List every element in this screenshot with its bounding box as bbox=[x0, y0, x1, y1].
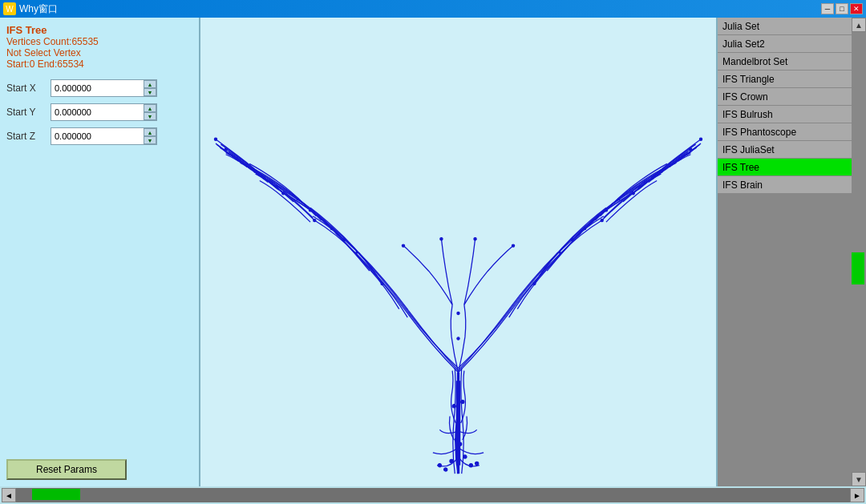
maximize-button[interactable]: □ bbox=[836, 3, 848, 14]
svg-point-14 bbox=[678, 157, 681, 159]
spin-up-x[interactable]: ▲ bbox=[144, 80, 156, 88]
svg-point-23 bbox=[440, 238, 443, 240]
param-input-container-y: ▲ ▼ bbox=[51, 103, 157, 121]
right-panel: Julia Set Julia Set2 Mandelbrot Set IFS … bbox=[718, 18, 866, 486]
param-input-x[interactable] bbox=[51, 80, 144, 96]
title-bar-buttons: ─ □ ✕ bbox=[821, 3, 863, 14]
scroll-up-button[interactable]: ▲ bbox=[852, 18, 866, 32]
svg-point-17 bbox=[214, 138, 216, 140]
list-items: Julia Set Julia Set2 Mandelbrot Set IFS … bbox=[718, 18, 852, 486]
spin-down-z[interactable]: ▼ bbox=[144, 136, 156, 144]
spin-down-x[interactable]: ▼ bbox=[144, 88, 156, 96]
list-item-ifs-crown[interactable]: IFS Crown bbox=[718, 88, 852, 106]
svg-point-26 bbox=[512, 244, 514, 247]
svg-point-29 bbox=[276, 186, 277, 187]
spin-up-y[interactable]: ▲ bbox=[144, 104, 156, 112]
svg-point-40 bbox=[457, 337, 459, 340]
info-section: IFS Tree Vertices Count:65535 Not Select… bbox=[6, 24, 192, 70]
spin-down-y[interactable]: ▼ bbox=[144, 112, 156, 120]
param-row-y: Start Y ▲ ▼ bbox=[6, 103, 192, 121]
param-label-y: Start Y bbox=[6, 107, 51, 118]
canvas-area bbox=[200, 18, 718, 486]
list-item-ifs-tree[interactable]: IFS Tree bbox=[718, 159, 852, 176]
spin-up-z[interactable]: ▲ bbox=[144, 128, 156, 136]
minimize-button[interactable]: ─ bbox=[821, 3, 834, 14]
svg-point-19 bbox=[381, 282, 383, 284]
svg-point-45 bbox=[450, 459, 453, 462]
scroll-down-button[interactable]: ▼ bbox=[852, 472, 866, 486]
svg-point-10 bbox=[660, 170, 662, 172]
svg-point-43 bbox=[455, 438, 458, 442]
spin-buttons-z: ▲ ▼ bbox=[144, 128, 156, 144]
svg-point-7 bbox=[601, 219, 603, 221]
svg-point-31 bbox=[330, 228, 332, 229]
svg-point-11 bbox=[282, 192, 285, 195]
svg-point-36 bbox=[618, 199, 620, 200]
left-panel: IFS Tree Vertices Count:65535 Not Select… bbox=[0, 18, 200, 486]
param-row-z: Start Z ▲ ▼ bbox=[6, 127, 192, 145]
param-input-y[interactable] bbox=[51, 104, 144, 120]
svg-point-49 bbox=[438, 464, 441, 467]
h-scroll-thumb-top[interactable] bbox=[32, 489, 80, 500]
info-vertices: Vertices Count:65535 bbox=[6, 36, 192, 47]
svg-point-6 bbox=[309, 209, 311, 212]
h-scroll-left-btn[interactable]: ◄ bbox=[2, 488, 16, 502]
svg-point-38 bbox=[559, 252, 560, 253]
svg-point-15 bbox=[225, 148, 227, 151]
svg-point-25 bbox=[402, 244, 404, 247]
svg-point-39 bbox=[457, 312, 459, 314]
svg-point-5 bbox=[314, 219, 316, 221]
svg-point-21 bbox=[343, 239, 346, 241]
param-label-x: Start X bbox=[6, 83, 51, 94]
list-item-julia-set2[interactable]: Julia Set2 bbox=[718, 35, 852, 53]
param-input-container-z: ▲ ▼ bbox=[51, 127, 157, 145]
svg-point-37 bbox=[585, 228, 586, 229]
svg-point-16 bbox=[690, 148, 692, 151]
info-range: Start:0 End:65534 bbox=[6, 58, 192, 70]
list-item-ifs-triangle[interactable]: IFS Triangle bbox=[718, 71, 852, 88]
svg-point-24 bbox=[474, 238, 476, 240]
h-scroll-track-top bbox=[16, 488, 850, 502]
param-input-z[interactable] bbox=[51, 128, 144, 144]
h-scrollbar-top: ◄ ► bbox=[2, 488, 864, 502]
svg-point-28 bbox=[263, 177, 265, 179]
list-item-ifs-brain[interactable]: IFS Brain bbox=[718, 176, 852, 194]
info-select: Not Select Vertex bbox=[6, 47, 192, 58]
spin-buttons-y: ▲ ▼ bbox=[144, 104, 156, 120]
svg-point-50 bbox=[475, 462, 479, 465]
list-item-julia-set[interactable]: Julia Set bbox=[718, 18, 852, 35]
svg-point-47 bbox=[444, 468, 447, 471]
svg-point-42 bbox=[461, 400, 464, 403]
param-row-x: Start X ▲ ▼ bbox=[6, 79, 192, 97]
list-item-ifs-phantoscope[interactable]: IFS Phantoscope bbox=[718, 123, 852, 141]
close-button[interactable]: ✕ bbox=[850, 3, 863, 14]
svg-point-13 bbox=[236, 157, 238, 159]
app-icon-label: W bbox=[6, 5, 13, 14]
reset-params-button[interactable]: Reset Params bbox=[6, 459, 127, 480]
tree-svg bbox=[200, 18, 716, 486]
scroll-thumb[interactable] bbox=[852, 252, 864, 284]
scroll-track bbox=[852, 32, 866, 472]
list-item-mandelbrot[interactable]: Mandelbrot Set bbox=[718, 53, 852, 71]
app-icon: W bbox=[3, 2, 16, 15]
list-item-ifs-juliaset[interactable]: IFS JuliaSet bbox=[718, 141, 852, 159]
bottom-scrollbars: ◄ ► ◄ ► bbox=[0, 486, 866, 504]
svg-point-35 bbox=[639, 186, 641, 187]
svg-point-30 bbox=[297, 199, 298, 200]
param-label-z: Start Z bbox=[6, 131, 51, 142]
svg-point-8 bbox=[605, 209, 607, 212]
svg-point-32 bbox=[356, 252, 358, 253]
info-title: IFS Tree bbox=[6, 24, 192, 36]
svg-point-20 bbox=[533, 282, 536, 284]
list-item-ifs-bulrush[interactable]: IFS Bulrush bbox=[718, 106, 852, 123]
h-scroll-right-btn[interactable]: ► bbox=[850, 488, 864, 502]
svg-point-18 bbox=[699, 138, 702, 140]
param-input-container-x: ▲ ▼ bbox=[51, 79, 157, 97]
window-title: Why窗口 bbox=[19, 2, 58, 16]
title-bar: W Why窗口 ─ □ ✕ bbox=[0, 0, 866, 18]
list-scrollbar: ▲ ▼ bbox=[852, 18, 866, 486]
svg-point-48 bbox=[469, 464, 472, 467]
svg-point-34 bbox=[652, 177, 654, 179]
svg-point-33 bbox=[669, 164, 670, 166]
svg-point-46 bbox=[463, 455, 467, 458]
